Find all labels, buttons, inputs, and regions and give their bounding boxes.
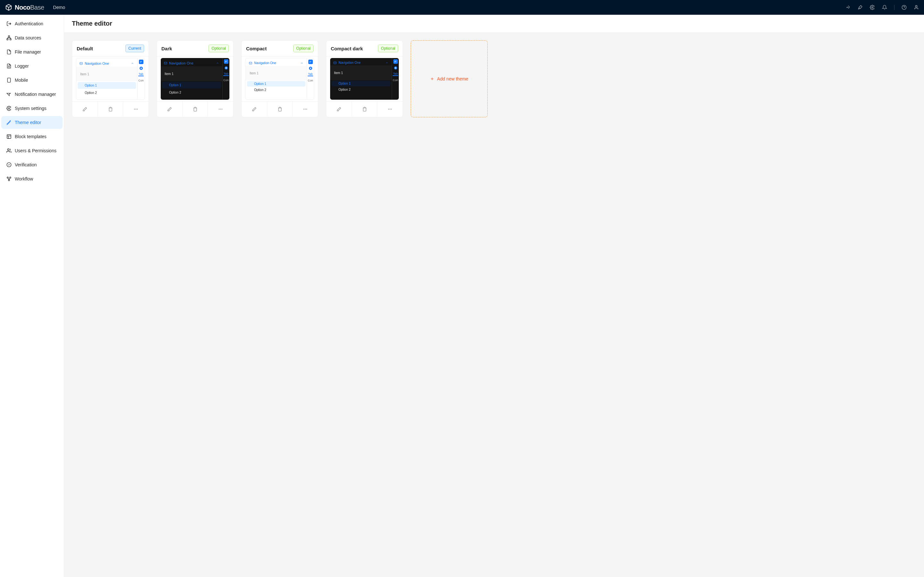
file-icon: [6, 49, 11, 55]
sidebar-item-label: Notification manager: [15, 92, 56, 97]
main-area: Theme editor Default Current Navigation …: [64, 15, 924, 577]
sidebar-item-label: Block templates: [15, 134, 47, 139]
status-badge: Optional: [378, 45, 398, 52]
top-header: NocoBase Demo: [0, 0, 924, 15]
svg-rect-30: [334, 61, 336, 64]
file-text-icon: [6, 63, 11, 69]
header-divider: [894, 5, 895, 10]
sidebar-item-label: System settings: [15, 106, 47, 111]
cluster-icon: [6, 35, 11, 40]
svg-rect-26: [249, 62, 252, 64]
edit-button[interactable]: [72, 102, 97, 117]
users-icon: [6, 148, 11, 153]
palette-icon: [6, 120, 11, 125]
card-header: Compact Optional: [242, 41, 318, 56]
delete-button[interactable]: [267, 102, 292, 117]
sidebar-item-users-permissions[interactable]: Users & Permissions: [1, 144, 63, 157]
theme-name: Default: [77, 46, 93, 51]
svg-rect-18: [80, 63, 82, 65]
theme-name: Compact: [246, 46, 267, 51]
page-title: Theme editor: [72, 20, 916, 27]
gear-icon: [6, 106, 11, 111]
card-body: Navigation One Item 1 Option 1 Option 2 …: [72, 56, 149, 101]
card-body: Navigation One Item 1 Option 1 Option 2 …: [242, 56, 318, 101]
svg-point-9: [10, 121, 10, 121]
svg-point-2: [915, 5, 917, 7]
svg-point-13: [7, 149, 9, 150]
header-actions: [845, 5, 919, 10]
status-badge: Optional: [293, 45, 313, 52]
card-actions: [72, 101, 149, 117]
svg-rect-22: [164, 62, 167, 64]
logout-icon: [6, 21, 11, 26]
logo-text: NocoBase: [15, 4, 44, 11]
edit-button[interactable]: [242, 102, 267, 117]
sidebar-item-label: Verification: [15, 162, 37, 167]
sidebar-item-notification-manager[interactable]: Notification manager: [1, 88, 63, 101]
add-theme-label: Add new theme: [437, 76, 468, 81]
theme-card-default: Default Current Navigation One Item 1 Op…: [72, 40, 149, 117]
content-area: Default Current Navigation One Item 1 Op…: [64, 33, 924, 577]
add-theme-button[interactable]: Add new theme: [411, 40, 488, 117]
sidebar-item-verification[interactable]: Verification: [1, 158, 63, 171]
help-icon[interactable]: [901, 5, 907, 10]
card-body: Navigation One Item 1 Option 1 Option 2 …: [326, 56, 403, 101]
user-icon[interactable]: [914, 5, 919, 10]
sidebar-item-logger[interactable]: Logger: [1, 60, 63, 73]
theme-card-compact-dark: Compact dark Optional Navigation One Ite…: [326, 40, 403, 117]
sidebar-item-label: Mobile: [15, 77, 28, 83]
settings-gear-icon[interactable]: [870, 5, 875, 10]
theme-preview: Navigation One Item 1 Option 1 Option 2 …: [330, 58, 399, 100]
logo[interactable]: NocoBase: [5, 4, 44, 11]
theme-grid: Default Current Navigation One Item 1 Op…: [72, 40, 916, 117]
status-badge: Current: [126, 45, 144, 52]
sidebar-item-system-settings[interactable]: System settings: [1, 102, 63, 115]
theme-preview: Navigation One Item 1 Option 1 Option 2 …: [161, 58, 229, 100]
card-header: Compact dark Optional: [326, 41, 403, 56]
card-actions: [157, 101, 233, 117]
svg-point-8: [8, 108, 10, 109]
bell-icon[interactable]: [882, 5, 887, 10]
svg-rect-5: [10, 39, 11, 40]
sidebar-item-label: Users & Permissions: [15, 148, 57, 153]
sidebar-item-workflow[interactable]: Workflow: [1, 172, 63, 185]
svg-point-0: [872, 7, 873, 8]
card-actions: [326, 101, 403, 117]
sidebar-item-theme-editor[interactable]: Theme editor: [1, 116, 63, 129]
sidebar-item-label: Authentication: [15, 21, 43, 26]
status-badge: Optional: [208, 45, 229, 52]
sidebar-item-data-sources[interactable]: Data sources: [1, 31, 63, 44]
delete-button[interactable]: [97, 102, 123, 117]
notification-icon: [6, 92, 11, 97]
check-circle-icon: [6, 162, 11, 167]
header-demo-link[interactable]: Demo: [53, 5, 65, 10]
edit-button[interactable]: [326, 102, 352, 117]
more-button[interactable]: [123, 102, 149, 117]
card-body: Navigation One Item 1 Option 1 Option 2 …: [157, 56, 233, 101]
share-icon: [6, 176, 11, 181]
theme-card-dark: Dark Optional Navigation One Item 1 Opti…: [157, 40, 234, 117]
delete-button[interactable]: [352, 102, 377, 117]
sidebar-item-label: Theme editor: [15, 120, 41, 125]
more-button[interactable]: [292, 102, 318, 117]
card-header: Default Current: [72, 41, 149, 56]
more-button[interactable]: [208, 102, 233, 117]
brush-icon[interactable]: [858, 5, 863, 10]
pin-icon[interactable]: [845, 5, 851, 10]
card-actions: [242, 101, 318, 117]
sidebar-item-mobile[interactable]: Mobile: [1, 74, 63, 87]
delete-button[interactable]: [182, 102, 208, 117]
sidebar-item-block-templates[interactable]: Block templates: [1, 130, 63, 143]
page-header: Theme editor: [64, 15, 924, 33]
logo-cube-icon: [5, 4, 12, 11]
theme-name: Dark: [162, 46, 172, 51]
sidebar-item-label: Logger: [15, 63, 29, 69]
sidebar-item-file-manager[interactable]: File manager: [1, 45, 63, 58]
more-button[interactable]: [377, 102, 403, 117]
sidebar-item-authentication[interactable]: Authentication: [1, 17, 63, 30]
edit-button[interactable]: [157, 102, 182, 117]
sidebar: Authentication Data sources File manager…: [0, 15, 64, 577]
svg-rect-6: [7, 78, 10, 82]
sidebar-item-label: Workflow: [15, 176, 33, 181]
svg-rect-10: [7, 135, 11, 139]
